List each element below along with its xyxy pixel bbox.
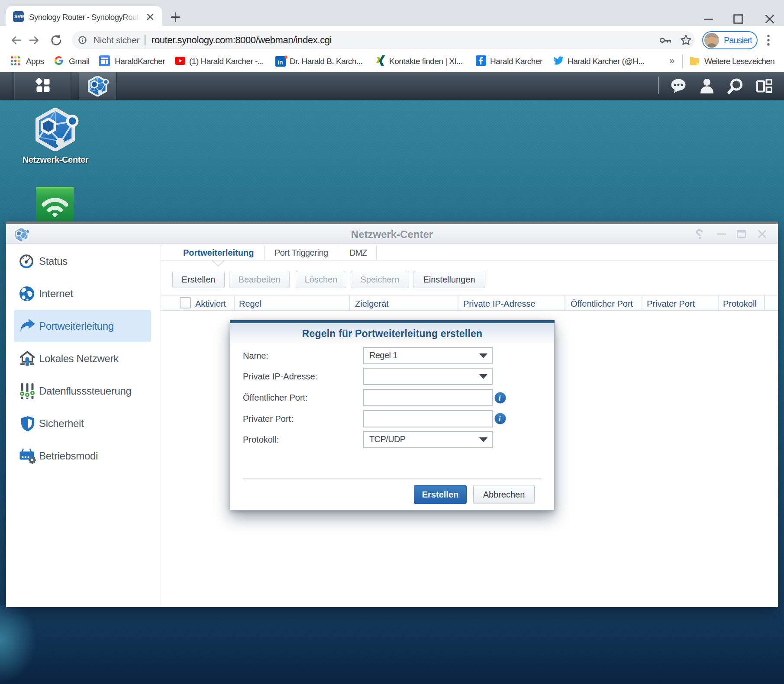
svg-text:i: i [499,415,501,423]
svg-text:in: in [277,59,283,66]
svg-text:i: i [499,394,501,402]
